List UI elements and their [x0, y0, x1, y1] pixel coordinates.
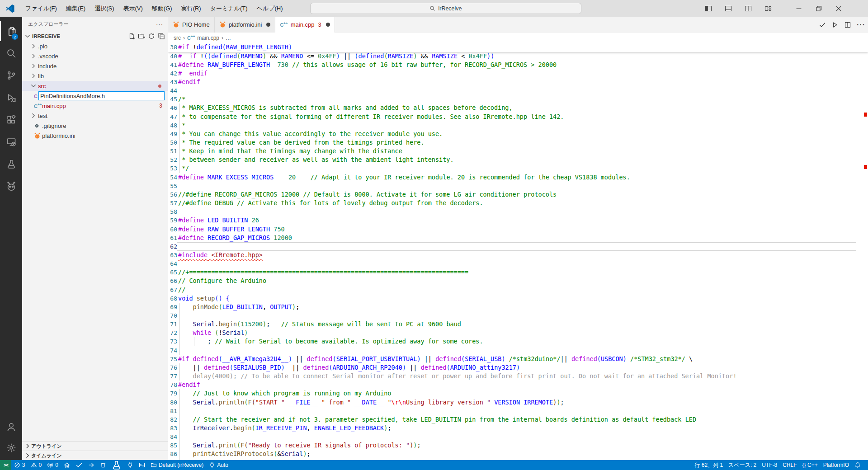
line-number: 67 [168, 286, 177, 294]
breadcrumb-item-1[interactable]: main.cpp [197, 35, 219, 41]
tab-PIO Home[interactable]: PIO Home [168, 17, 215, 33]
tab-main.cpp[interactable]: C++main.cpp3 [275, 17, 335, 33]
code-line-48: 48 * [168, 121, 868, 130]
status-notifications[interactable] [852, 460, 863, 470]
tree-file-main.cpp[interactable]: C++main.cpp3 [22, 101, 168, 111]
new-file-icon[interactable] [128, 33, 135, 40]
status-pio-test[interactable] [109, 460, 124, 470]
line-number: 48 [168, 121, 177, 130]
status-platformio-status[interactable]: PlatformIO [821, 460, 852, 470]
breadcrumb-item-2[interactable]: … [226, 35, 231, 41]
status-indentation[interactable]: スペース: 2 [726, 460, 759, 470]
tree-root-irreceive[interactable]: IRRECEIVE [22, 31, 168, 41]
collapse-all-icon[interactable] [158, 33, 165, 40]
section-タイムライン[interactable]: タイムライン [22, 451, 168, 460]
status-problems-warnings[interactable]: 0 [28, 460, 45, 470]
dirty-indicator[interactable] [266, 23, 270, 27]
sticky-scroll[interactable]: 38#if !defined(RAW_BUFFER_LENGTH) [168, 43, 868, 52]
tree-new-file-input-row[interactable]: C [22, 91, 168, 101]
status-cursor-position[interactable]: 行 62、列 1 [692, 460, 726, 470]
tree-folder-.pio[interactable]: .pio [22, 41, 168, 51]
layout-sidebar-icon[interactable] [701, 2, 716, 15]
menu-3[interactable]: 表示(V) [119, 3, 147, 14]
line-number: 84 [168, 432, 177, 441]
menu-4[interactable]: 移動(G) [147, 3, 177, 14]
activitybar-source-control[interactable] [0, 66, 22, 85]
command-center-search[interactable]: irReceive [310, 3, 581, 14]
activitybar-run-debug[interactable] [0, 88, 22, 108]
check-icon[interactable] [819, 21, 826, 28]
status-remote-indicator[interactable]: >< [0, 460, 11, 470]
status-pio-clean[interactable] [97, 460, 109, 470]
status-pio-terminal[interactable] [136, 460, 148, 470]
status-bar: ><300Default (irReceive)Auto 行 62、列 1スペー… [0, 460, 868, 470]
layout-panel-icon[interactable] [721, 2, 736, 15]
layout-panel-icon [725, 5, 732, 12]
split-editor-icon[interactable] [844, 21, 851, 28]
new-folder-icon[interactable] [138, 33, 145, 40]
status-pio-port[interactable]: Auto [206, 460, 231, 470]
layout-split-icon[interactable] [741, 2, 756, 15]
status-pio-build[interactable] [73, 460, 85, 470]
breadcrumb[interactable]: src›C++main.cpp›… [168, 33, 868, 43]
menu-1[interactable]: 編集(E) [61, 3, 90, 14]
tab-platformio.ini[interactable]: platformio.ini [215, 17, 276, 33]
chevron-down-icon [30, 82, 37, 89]
line-number: 81 [168, 407, 177, 415]
breadcrumb-item-0[interactable]: src [174, 35, 181, 41]
refresh-icon[interactable] [148, 33, 155, 40]
restore-icon[interactable] [811, 2, 826, 15]
more-actions-icon[interactable]: ··· [857, 21, 865, 29]
activitybar-platformio[interactable] [0, 176, 22, 196]
code-line-46: 46 * MARK_EXCESS_MICROS is subtracted fr… [168, 103, 868, 112]
status-pio-serial-monitor[interactable] [124, 460, 136, 470]
status-pio-home[interactable] [61, 460, 73, 470]
tree-folder-include[interactable]: include [22, 61, 168, 71]
tree-file-platformio.ini[interactable]: platformio.ini [22, 131, 168, 141]
code-area[interactable]: 40# if !((defined(RAMEND) && RAMEND <= 0… [168, 43, 868, 460]
status-language-mode[interactable]: {} C++ [800, 460, 821, 470]
code-line-42: 42# endif [168, 69, 868, 78]
menu-7[interactable]: ヘルプ(H) [252, 3, 288, 14]
status-encoding[interactable]: UTF-8 [759, 460, 780, 470]
chevron-right-icon [30, 62, 37, 70]
status-eol[interactable]: CRLF [780, 460, 799, 470]
play-icon[interactable] [831, 21, 839, 28]
section-アウトライン[interactable]: アウトライン [22, 441, 168, 451]
activitybar-settings[interactable] [0, 438, 22, 458]
activitybar-explorer[interactable]: 2 [0, 21, 22, 41]
line-number: 52 [168, 155, 177, 164]
menu-6[interactable]: ターミナル(T) [206, 3, 252, 14]
menu-0[interactable]: ファイル(F) [21, 3, 61, 14]
activitybar-accounts[interactable] [0, 417, 22, 437]
tree-file-.gitignore[interactable]: .gitignore [22, 121, 168, 131]
tree-folder-lib[interactable]: lib [22, 71, 168, 81]
activitybar-testing[interactable] [0, 154, 22, 174]
line-number: 46 [168, 103, 177, 112]
close-icon[interactable] [831, 2, 846, 15]
activitybar-remote-explorer[interactable] [0, 132, 22, 152]
new-file-name-input[interactable] [38, 91, 165, 100]
menu-5[interactable]: 実行(R) [177, 3, 206, 14]
status-pio-upload[interactable] [85, 460, 97, 470]
dirty-indicator[interactable] [326, 23, 330, 27]
tree-folder-test[interactable]: test [22, 111, 168, 121]
status-pio-env[interactable]: Default (irReceive) [148, 460, 206, 470]
minimize-icon[interactable] [791, 2, 807, 15]
tree-folder-.vscode[interactable]: .vscode [22, 51, 168, 61]
vscode-logo-icon [5, 4, 14, 13]
chevron-right-icon [30, 112, 37, 119]
activitybar-extensions[interactable] [0, 110, 22, 130]
menu-2[interactable]: 選択(S) [90, 3, 118, 14]
code-line-50: 50 * The required value can be derived f… [168, 138, 868, 147]
code-line-62: 62 [168, 242, 868, 251]
line-number: 66 [168, 277, 177, 285]
activitybar-search[interactable] [0, 43, 22, 63]
scm-icon [6, 70, 16, 80]
layout-grid-icon[interactable] [760, 2, 776, 15]
tree-folder-src[interactable]: src [22, 81, 168, 91]
code-line-66: 66// Configure the Arduino [168, 277, 868, 285]
explorer-more-actions-icon[interactable]: ··· [156, 21, 163, 28]
status-pio-remote[interactable]: 0 [44, 460, 61, 470]
status-problems-errors[interactable]: 3 [11, 460, 28, 470]
